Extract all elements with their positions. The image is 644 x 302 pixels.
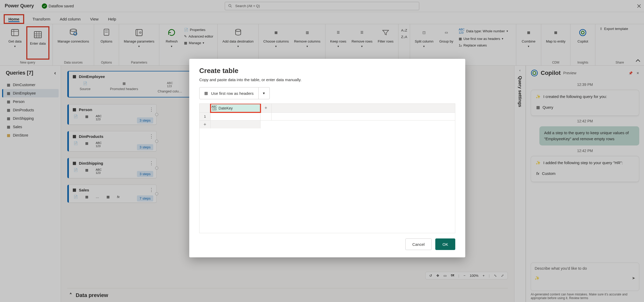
tab-help[interactable]: Help [107,14,117,24]
svg-rect-17 [136,29,142,36]
tab-transform[interactable]: Transform [32,14,52,24]
query-item-dimemployee[interactable]: ▦ DimEmployee [2,89,59,97]
export-template-button[interactable]: ⇪ Export template [599,26,629,31]
combine-button[interactable]: ▦ Combine ▾ [519,26,538,60]
replace-icon: 1₂ [459,43,462,47]
query-settings-label[interactable]: Query settings [517,75,523,107]
choose-columns-button[interactable]: ▦ Choose columns ▾ [262,26,290,60]
remove-rows-button[interactable]: ☰ Remove rows ▾ [350,26,374,60]
query-item-dimshipping[interactable]: ▦ DimShipping [2,114,59,123]
split-column-button[interactable]: ◫ Split column ▾ [413,26,435,49]
use-first-row-headers-button[interactable]: ▦ Use first row as headers [199,87,259,99]
copilot-input[interactable]: Describe what you'd like to do ✨ ➤ [531,263,639,291]
copilot-input-placeholder: Describe what you'd like to do [535,266,635,270]
table-icon: ▦ [73,161,76,165]
tab-view[interactable]: View [89,14,100,24]
pin-icon[interactable]: 📌 [628,71,633,75]
tab-home[interactable]: Home [8,17,19,22]
add-column-button[interactable]: + [260,104,272,112]
map-to-entity-button[interactable]: ▦ Map to entity [544,26,567,60]
data-type-button[interactable]: ABC123 Data type: Whole number ▾ [458,27,513,35]
table-icon: ▦ [7,91,10,95]
custom-chip[interactable]: fx Custom [536,169,634,178]
filter-rows-button[interactable]: Filter rows [376,26,395,60]
replace-values-button[interactable]: 1₂ Replace values [458,43,513,48]
node-output-port[interactable] [155,140,158,143]
abc123-icon: ABC123 [96,141,102,148]
ok-button[interactable]: OK [435,238,455,250]
group-by-button[interactable]: ▭ Group by [437,26,456,44]
advanced-editor-button[interactable]: ✎ Advanced editor [183,34,214,39]
use-first-row-headers-dropdown[interactable]: ▾ [259,87,270,99]
collapse-ribbon-button[interactable] [635,57,641,64]
options-button[interactable]: Options [97,26,116,60]
copilot-preview-badge: Preview [563,71,576,75]
enter-data-button[interactable]: Enter data [28,28,47,46]
remove-columns-button[interactable]: ▥ Remove columns ▾ [293,26,322,60]
cancel-button[interactable]: Cancel [405,238,432,250]
sort-asc-button[interactable]: A↓Z [400,28,408,33]
user-message: Add a step to the query to keep unique v… [539,126,639,145]
refresh-button[interactable]: Refresh ▾ [162,26,181,49]
expand-settings-button[interactable]: ‹ [519,68,520,72]
manage-connections-button[interactable]: Manage connections [56,26,91,60]
query-item-dimstore[interactable]: ▦ DimStore [2,131,59,139]
data-entry-grid[interactable]: ABC123 DateKey + 1 + [199,103,455,233]
search-placeholder: Search (Alt + Q) [235,4,260,8]
diagram-card-dimshipping[interactable]: ⋮ ▦ DimShipping 📄 ▦ ABC123 3 steps [67,158,157,178]
zoom-out-button[interactable]: − [463,274,466,278]
fit-icon[interactable]: ▭ [443,274,447,278]
diagram-card-person[interactable]: ⋮ ▦ Person 📄 ▦ ABC123 3 steps [67,104,157,125]
save-status-text: Dataflow saved [49,4,74,8]
query-chip[interactable]: ▦ Query [536,103,634,112]
map-icon[interactable]: 🗺 [451,274,454,278]
manage-connections-icon [68,27,79,38]
collapse-queries-button[interactable]: ‹ [54,70,56,76]
add-data-destination-button[interactable]: Add data destination ▾ [221,26,255,60]
diagram-card-sales[interactable]: ⋮ ▦ Sales 📄 ▦ … ▦ fx 7 steps [67,185,157,203]
keep-rows-button[interactable]: ☰ Keep rows ▾ [329,26,348,60]
send-icon[interactable]: ➤ [632,276,635,280]
data-preview-bar[interactable]: ˄ Data preview [67,288,508,298]
manage-parameters-button[interactable]: Manage parameters ▾ [122,26,156,60]
manage-button[interactable]: ▦ Manage ▾ [183,40,214,45]
get-data-button[interactable]: Get data ▾ [6,26,24,60]
copilot-button[interactable]: Copilot [574,26,592,60]
card-menu-button[interactable]: ⋮ [149,160,154,166]
diagram-card-dimemployee[interactable]: ▦ DimEmployee 📄 Source ▦ Promoted header… [67,71,193,97]
query-item-person[interactable]: ▦ Person [2,97,59,106]
zoom-in-button[interactable]: + [483,274,485,278]
card-menu-button[interactable]: ⋮ [149,187,154,193]
diagram-card-dimproducts[interactable]: ⋮ ▦ DimProducts 📄 ▦ ABC123 3 steps [67,131,157,152]
expand-icon[interactable]: ⤢ [501,274,504,278]
card-menu-button[interactable]: ⋮ [149,133,154,139]
collapse-icon[interactable]: ⤡ [494,274,497,278]
query-item-sales[interactable]: ▦ Sales [2,123,59,131]
sparkle-icon: ✨ [536,160,541,166]
sparkle-icon[interactable]: ✨ [535,276,540,280]
query-item-dimcustomer[interactable]: ▦ DimCustomer [2,81,59,89]
close-copilot-button[interactable]: ✕ [636,71,639,75]
pan-icon[interactable]: ✥ [436,274,439,278]
column-header-datekey[interactable]: ABC123 DateKey [211,104,260,112]
undo-icon[interactable]: ↺ [429,274,432,278]
search-box[interactable]: Search (Alt + Q) [225,2,419,10]
add-row-button[interactable]: + [200,121,211,128]
close-icon[interactable] [637,4,641,8]
tab-add-column[interactable]: Add column [59,14,81,24]
grid-cell[interactable] [211,113,260,120]
sort-desc-button[interactable]: Z↓A [400,34,408,39]
node-output-port[interactable] [155,166,158,170]
node-output-port[interactable] [155,192,158,195]
card-menu-button[interactable]: ⋮ [149,107,154,112]
table-lightning-icon: ▦ [7,133,10,137]
node-output-port[interactable] [155,113,158,116]
keep-rows-icon: ☰ [333,27,344,38]
ribbon-group-cdm: ▦ Map to entity CDM [541,24,570,65]
csv-icon: 📄 [83,81,87,85]
use-first-row-button[interactable]: ▦ Use first row as headers ▾ [458,36,513,41]
cdm-icon: ▦ [550,27,561,38]
properties-button[interactable]: 📄 Properties [183,27,214,32]
query-item-dimproducts[interactable]: ▦ DimProducts [2,106,59,114]
fx-icon: fx [117,195,120,199]
